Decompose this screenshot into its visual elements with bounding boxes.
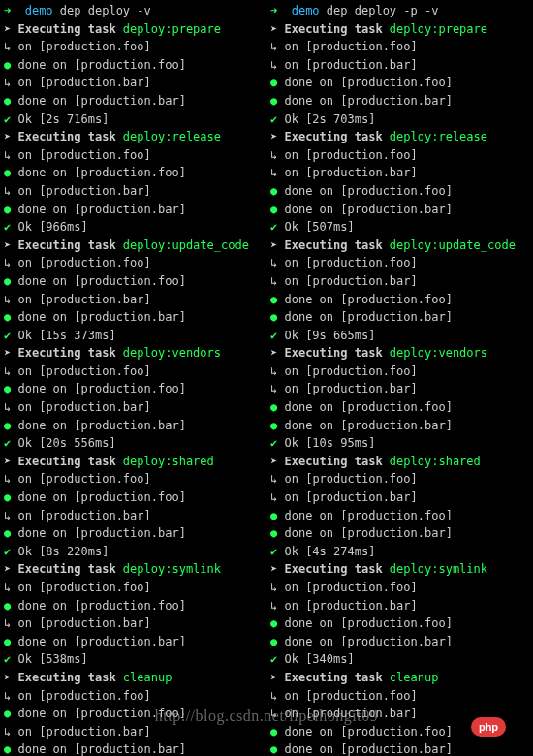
host-on-line: ↳ on [production.bar] [4,614,266,633]
done-dot-icon: ● [270,419,277,432]
host-name: [production.bar] [340,310,453,324]
host-done-line: ● done on [production.bar] [270,524,533,543]
sub-arrow-icon: ↳ [4,509,11,522]
sub-arrow-icon: ↳ [4,40,11,53]
tick-icon: ✔ [4,329,11,342]
host-name: [production.bar] [305,166,418,179]
host-on-line: ↳ on [production.foo] [270,38,533,56]
task-name: deploy:prepare [390,22,487,36]
host-name: [production.bar] [305,599,418,613]
host-name: [production.foo] [340,293,453,306]
on-label: on [17,616,31,630]
sub-arrow-icon: ↳ [270,689,277,703]
ok-text: Ok [20s 556ms] [17,436,115,450]
executing-task-line: ➤ Executing task deploy:update_code [4,236,266,255]
sub-arrow-icon: ↳ [4,184,11,198]
host-name: [production.foo] [305,472,418,486]
host-done-line: ● done on [production.bar] [4,92,266,110]
sub-arrow-icon: ↳ [4,472,11,486]
done-dot-icon: ● [270,94,277,108]
ok-line: ✔ Ok [20s 556ms] [4,434,266,453]
host-on-line: ↳ on [production.foo] [4,146,266,165]
done-label: done on [17,274,67,288]
host-on-line: ↳ on [production.foo] [4,254,266,272]
on-label: on [284,40,298,53]
host-on-line: ↳ on [production.bar] [270,380,533,398]
on-label: on [17,76,31,89]
host-name: [production.bar] [39,616,151,630]
ok-text: Ok [15s 373ms] [17,329,115,342]
sub-arrow-icon: ↳ [4,293,11,306]
ok-text: Ok [538ms] [17,652,87,666]
executing-task-line: ➤ Executing task deploy:symlink [270,560,533,579]
exec-arrow-icon: ➤ [270,455,277,468]
host-done-line: ● done on [production.foo] [4,705,266,723]
done-dot-icon: ● [270,310,277,324]
on-label: on [17,509,31,522]
host-name: [production.bar] [74,742,186,756]
exec-label: Executing task [284,130,382,143]
sub-arrow-icon: ↳ [270,148,277,162]
host-on-line: ↳ on [production.bar] [4,507,266,525]
done-dot-icon: ● [270,725,277,739]
sub-arrow-icon: ↳ [4,364,11,378]
done-dot-icon: ● [4,166,11,179]
done-label: done on [284,94,333,108]
done-label: done on [17,599,67,613]
terminal-right[interactable]: ➜ demo dep deploy -p -v➤ Executing task … [266,0,533,756]
ok-text: Ok [340ms] [284,652,354,666]
exec-arrow-icon: ➤ [4,346,11,360]
prompt-line[interactable]: ➜ demo dep deploy -p -v [270,2,533,20]
prompt-dir: demo [25,4,53,17]
ok-line: ✔ Ok [2s 716ms] [4,110,266,129]
host-name: [production.bar] [340,94,453,108]
on-label: on [284,382,298,395]
host-done-line: ● done on [production.bar] [4,633,266,651]
done-dot-icon: ● [4,310,11,324]
exec-label: Executing task [284,238,382,252]
terminal-left[interactable]: ➜ demo dep deploy -v➤ Executing task dep… [0,0,266,756]
host-done-line: ● done on [production.bar] [270,740,533,756]
host-done-line: ● done on [production.foo] [270,398,533,417]
task-name: deploy:symlink [390,562,487,576]
done-dot-icon: ● [270,203,277,216]
sub-arrow-icon: ↳ [270,490,277,504]
done-dot-icon: ● [4,419,11,432]
done-dot-icon: ● [270,616,277,630]
host-name: [production.foo] [305,256,418,269]
host-name: [production.foo] [305,689,418,703]
on-label: on [17,400,31,414]
host-name: [production.bar] [74,94,186,108]
tick-icon: ✔ [270,329,277,342]
ok-text: Ok [4s 274ms] [284,545,375,558]
ok-text: Ok [8s 220ms] [17,545,109,558]
done-label: done on [284,76,333,89]
done-dot-icon: ● [4,635,11,648]
executing-task-line: ➤ Executing task deploy:prepare [270,20,533,39]
on-label: on [17,725,31,739]
exec-label: Executing task [17,238,115,252]
host-name: [production.bar] [340,526,453,540]
sub-arrow-icon: ↳ [270,581,277,594]
prompt-line[interactable]: ➜ demo dep deploy -v [4,2,266,20]
sub-arrow-icon: ↳ [270,707,277,720]
done-label: done on [284,203,333,216]
ok-line: ✔ Ok [340ms] [270,650,533,669]
host-name: [production.bar] [39,184,151,198]
host-on-line: ↳ on [production.bar] [270,705,533,723]
host-done-line: ● done on [production.foo] [270,507,533,525]
ok-line: ✔ Ok [9s 665ms] [270,327,533,345]
ok-line: ✔ Ok [2s 703ms] [270,110,533,129]
host-on-line: ↳ on [production.bar] [270,597,533,615]
host-name: [production.foo] [74,707,186,720]
host-name: [production.foo] [340,76,453,89]
on-label: on [284,256,298,269]
host-name: [production.foo] [340,184,453,198]
ok-text: Ok [2s 716ms] [17,112,109,126]
sub-arrow-icon: ↳ [270,166,277,179]
host-name: [production.bar] [340,742,453,756]
done-dot-icon: ● [270,293,277,306]
host-on-line: ↳ on [production.bar] [270,56,533,75]
host-on-line: ↳ on [production.bar] [270,488,533,507]
host-name: [production.foo] [340,616,453,630]
